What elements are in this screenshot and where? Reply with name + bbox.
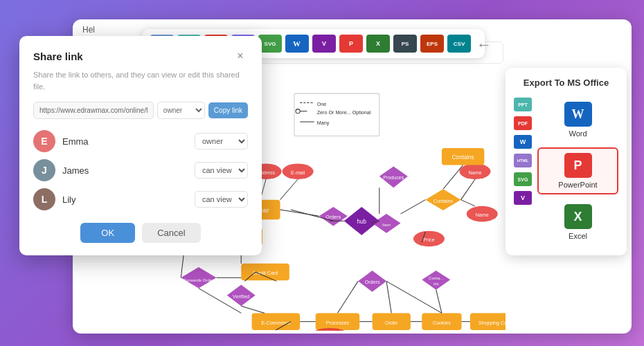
toolbar-label: Hel <box>82 25 95 35</box>
link-input[interactable] <box>33 102 154 119</box>
powerpoint-item-icon: P <box>564 153 592 178</box>
copy-link-button[interactable]: Copy link <box>208 102 248 118</box>
mini-icon-ppt[interactable]: PPT <box>514 98 532 111</box>
user-row-emma: E Emma owner can view can edit <box>33 130 248 152</box>
excel-item-icon: X <box>564 204 592 229</box>
powerpoint-item-label: PowerPoint <box>558 181 597 189</box>
svg-text:Credit Card: Credit Card <box>253 271 278 276</box>
svg-text:cts: cts <box>433 281 439 286</box>
svg-text:Processes: Processes <box>326 320 350 326</box>
user-row-lily: L Lily owner can view can edit <box>33 188 248 210</box>
svg-text:Item: Item <box>382 222 391 227</box>
avatar-lily: L <box>33 188 55 210</box>
export-powerpoint-item[interactable]: P PowerPoint <box>537 147 618 194</box>
mini-icon-pdf[interactable]: PDF <box>514 116 532 130</box>
share-link-dialog: Share link × Share the link to others, a… <box>19 36 262 255</box>
user-name-james: James <box>62 165 188 176</box>
svg-text:Produces: Produces <box>383 175 404 181</box>
svg-text:Shopping Cart: Shopping Cart <box>478 320 506 326</box>
svg-line-50 <box>401 200 426 214</box>
user-name-lily: Lily <box>62 194 188 205</box>
svg-text:E-Commerce: E-Commerce <box>261 320 290 326</box>
user-role-lily[interactable]: owner can view can edit <box>195 191 248 208</box>
export-excel-item[interactable]: X Excel <box>537 199 618 246</box>
arrow-indicator: ← <box>476 36 492 54</box>
avatar-emma: E <box>33 130 55 152</box>
export-left-icons-column: PPT PDF W HTML SVG V <box>514 98 532 205</box>
svg-line-86 <box>386 281 391 313</box>
dialog-description: Share the link to others, and they can v… <box>33 69 248 92</box>
svg-text:hub: hub <box>357 219 366 225</box>
mini-icon-v[interactable]: V <box>514 191 532 205</box>
svg-text:Conta...: Conta... <box>429 275 444 280</box>
dialog-header: Share link × <box>33 48 248 64</box>
svg-line-89 <box>337 281 358 313</box>
svg-text:W: W <box>293 39 301 48</box>
link-row: owner can view can edit Copy link <box>33 102 248 119</box>
ok-button[interactable]: OK <box>80 223 135 243</box>
svg-text:Forwards Order: Forwards Order <box>184 277 213 282</box>
mini-icon-html[interactable]: HTML <box>514 154 532 167</box>
word-icon: W <box>291 38 303 49</box>
svg-text:Orders: Orders <box>365 280 380 285</box>
svg-text:Name: Name <box>468 170 481 176</box>
svg-line-22 <box>280 179 298 200</box>
svg-text:E-mail: E-mail <box>291 170 305 176</box>
svg-text:Name: Name <box>476 212 489 218</box>
user-role-james[interactable]: owner can view can edit <box>195 162 248 179</box>
mini-icon-svg[interactable]: SVG <box>514 172 532 186</box>
export-panel-title: Export To MS Office <box>514 78 618 88</box>
user-list: E Emma owner can view can edit J James o… <box>33 130 248 210</box>
word-item-icon: W <box>564 102 592 127</box>
export-eps-btn[interactable]: EPS <box>420 35 444 53</box>
svg-text:Contains: Contains <box>433 199 454 204</box>
svg-line-46 <box>280 210 319 216</box>
export-ppt-btn[interactable]: P <box>339 35 363 53</box>
svg-text:Zero Or More... Optional: Zero Or More... Optional <box>317 110 371 116</box>
user-name-emma: Emma <box>62 136 188 147</box>
svg-text:Contains: Contains <box>451 154 474 161</box>
export-items-list: W Word P PowerPoint X Excel <box>537 96 618 246</box>
word-item-label: Word <box>569 129 587 138</box>
excel-item-label: Excel <box>569 232 587 240</box>
user-role-emma[interactable]: owner can view can edit <box>195 133 248 149</box>
avatar-james: J <box>33 159 55 181</box>
svg-text:Price: Price <box>423 237 434 243</box>
user-row-james: J James owner can view can edit <box>33 159 248 181</box>
svg-text:Order: Order <box>385 320 398 326</box>
mini-icon-word-left[interactable]: W <box>514 135 532 149</box>
export-xlsx-btn[interactable]: X <box>366 35 390 53</box>
link-permission-select[interactable]: owner can view can edit <box>157 102 205 119</box>
export-csv-btn[interactable]: CSV <box>447 35 471 53</box>
svg-line-51 <box>443 165 463 189</box>
cancel-button[interactable]: Cancel <box>142 223 200 243</box>
svg-line-53 <box>461 200 475 206</box>
export-vsdx-btn[interactable]: V <box>312 35 336 53</box>
export-ps-btn[interactable]: PS <box>393 35 417 53</box>
dialog-close-button[interactable]: × <box>233 48 248 64</box>
export-svg-btn[interactable]: SVG <box>258 35 282 53</box>
export-word-btn[interactable]: W <box>285 35 309 53</box>
dialog-title: Share link <box>33 51 83 62</box>
export-word-item[interactable]: W Word <box>537 96 618 143</box>
svg-line-93 <box>436 290 442 313</box>
svg-line-82 <box>241 306 265 313</box>
svg-text:Many: Many <box>317 120 330 126</box>
svg-line-52 <box>461 179 475 200</box>
svg-text:VerifIed: VerifIed <box>233 294 249 300</box>
svg-text:Cookies: Cookies <box>433 320 451 326</box>
export-ms-office-panel: Export To MS Office PPT PDF W HTML SVG V… <box>506 68 627 255</box>
dialog-actions: OK Cancel <box>33 223 248 243</box>
svg-text:One: One <box>317 102 327 107</box>
